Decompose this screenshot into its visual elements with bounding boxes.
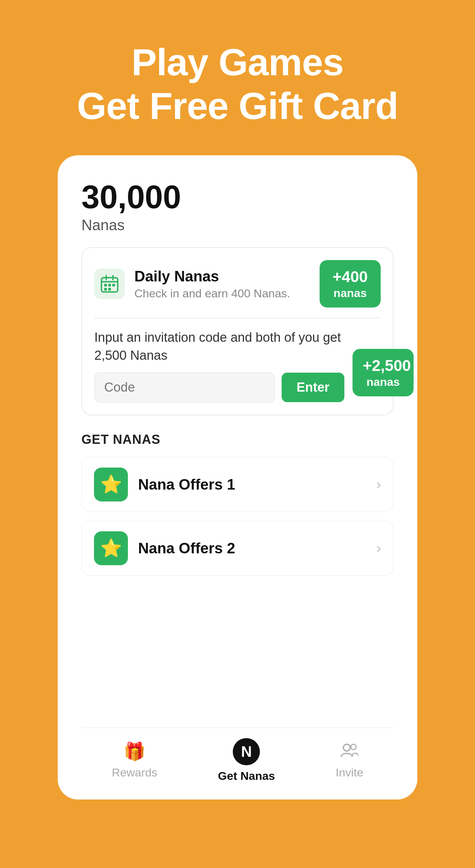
svg-rect-8 [108,288,111,291]
svg-rect-5 [108,284,111,287]
daily-nanas-badge[interactable]: +400 nanas [320,260,381,308]
nav-item-rewards[interactable]: 🎁 Rewards [112,741,157,779]
svg-point-10 [351,744,356,750]
offer-name-1: Nana Offers 1 [138,476,235,493]
chevron-icon-1: › [377,477,381,492]
code-input[interactable] [94,372,275,402]
daily-nanas-row: Daily Nanas Check in and earn 400 Nanas.… [94,260,381,308]
invite-row: Enter [94,372,344,402]
nav-label-get-nanas: Get Nanas [218,769,275,783]
hero-section: Play Games Get Free Gift Card [77,0,398,155]
offer-name-2: Nana Offers 2 [138,540,235,557]
balance-section: 30,000 Nanas [81,179,394,248]
daily-nanas-subtitle: Check in and earn 400 Nanas. [134,287,290,300]
enter-button[interactable]: Enter [282,373,344,402]
daily-nanas-title: Daily Nanas [134,268,290,285]
offer-item-2[interactable]: ⭐ Nana Offers 2 › [81,521,394,576]
section-title: GET NANAS [81,432,394,447]
calendar-icon [94,269,125,299]
offer-icon-2: ⭐ [94,531,128,565]
invite-text: Input an invitation code and both of you… [94,329,344,364]
invitation-section: Input an invitation code and both of you… [94,329,381,402]
invitation-badge[interactable]: +2,500 nanas [353,349,414,396]
invite-icon [341,742,358,762]
chevron-icon-2: › [377,540,381,556]
nav-label-rewards: Rewards [112,766,157,779]
hero-title: Play Games Get Free Gift Card [77,41,398,128]
earn-card: Daily Nanas Check in and earn 400 Nanas.… [81,247,394,415]
divider [94,318,381,318]
bottom-nav: 🎁 Rewards N Get Nanas Invite [81,728,394,800]
offer-icon-1: ⭐ [94,468,128,501]
nav-item-invite[interactable]: Invite [336,742,363,779]
get-nanas-section: GET NANAS ⭐ Nana Offers 1 › ⭐ Nana Offer… [81,432,394,585]
svg-rect-4 [104,284,107,287]
svg-rect-6 [112,284,115,287]
get-nanas-icon: N [233,738,260,765]
balance-label: Nanas [81,217,394,234]
nav-label-invite: Invite [336,766,363,779]
nav-item-get-nanas[interactable]: N Get Nanas [218,738,275,783]
svg-rect-7 [104,288,107,291]
offer-item-1[interactable]: ⭐ Nana Offers 1 › [81,457,394,512]
svg-point-9 [343,744,350,751]
balance-amount: 30,000 [81,179,394,215]
rewards-icon: 🎁 [124,741,146,762]
phone-card: 30,000 Nanas [58,155,417,800]
